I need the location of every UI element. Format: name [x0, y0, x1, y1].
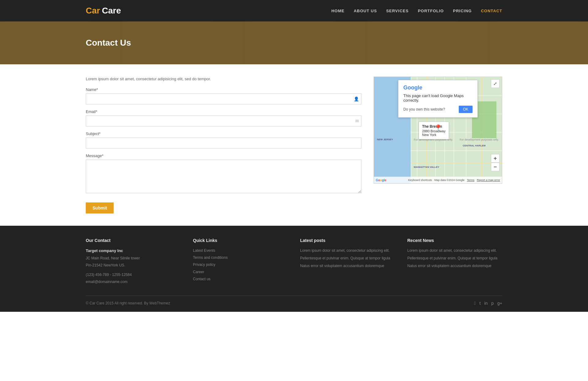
footer-quicklinks-col: Quick Links Latest Events Terms and cond…: [193, 238, 288, 286]
email-input[interactable]: [86, 115, 361, 126]
footer-news-title: Recent News: [407, 238, 502, 243]
social-google-plus[interactable]: g+: [497, 301, 502, 306]
map-zoom-controls: + −: [491, 154, 499, 171]
map-footer: Google Keyboard shortcuts Map data ©2024…: [374, 177, 502, 183]
message-input-wrapper: [86, 160, 361, 194]
social-twitter[interactable]: t: [479, 301, 481, 306]
footer-posts-col: Latest posts Lorem ipsum dolor sit amet,…: [300, 238, 395, 286]
page-title: Contact Us: [86, 38, 131, 48]
map-section: inside Park HARLEM CENTRAL HARLEM MANHAT…: [374, 77, 502, 213]
footer-bottom: © Car Care 2015 All right reserved. By W…: [86, 296, 502, 306]
footer-link-career[interactable]: Career: [193, 269, 288, 275]
footer-company-name: Target company Inc: [86, 248, 181, 254]
map-label-manhattan: MANHATTAN VALLEY: [414, 166, 439, 168]
google-logo: Google: [403, 85, 473, 91]
map-container: inside Park HARLEM CENTRAL HARLEM MANHAT…: [374, 77, 502, 184]
footer-link-contact[interactable]: Contact us: [193, 276, 288, 282]
footer-copyright: © Car Care 2015 All right reserved. By W…: [86, 301, 170, 305]
header: Car Care HOME ABOUT US SERVICES PORTFOLI…: [0, 0, 588, 21]
social-pinterest[interactable]: p: [491, 301, 494, 306]
logo-car: Car: [86, 6, 100, 16]
map-overlay-actions: Do you own this website? OK: [403, 106, 473, 113]
nav-pricing[interactable]: PRICING: [453, 9, 472, 13]
footer-news-col: Recent News Lorem ipsum dolor sit amet, …: [407, 238, 502, 286]
nav-portfolio[interactable]: PORTFOLIO: [418, 9, 444, 13]
footer-link-terms[interactable]: Terms and conditions: [193, 255, 288, 261]
contact-form-section: Lorem ipsum dolor sit amet, consectetur …: [86, 77, 361, 213]
footer-post-3[interactable]: Natus error sit voluptatem accusantium d…: [300, 263, 395, 269]
submit-button[interactable]: Submit: [86, 202, 114, 213]
footer-address1: JC Main Road, Near Silnile tower: [86, 255, 181, 261]
footer-phone: (123) 456-789 - 1255-12584: [86, 272, 181, 278]
footer: Our Contact Target company Inc JC Main R…: [0, 226, 588, 312]
footer-quicklinks-title: Quick Links: [193, 238, 288, 243]
subject-input-wrapper: [86, 138, 361, 149]
map-label-new-jersey: NEW JERSEY: [377, 138, 393, 141]
logo[interactable]: Car Care: [86, 6, 121, 16]
footer-link-privacy[interactable]: Privacy policy: [193, 262, 288, 268]
footer-news-3[interactable]: Natus error sit voluptatem accusantium d…: [407, 263, 502, 269]
nav-services[interactable]: SERVICES: [386, 9, 409, 13]
person-icon: 👤: [354, 96, 359, 101]
main-content: Lorem ipsum dolor sit amet, consectetur …: [0, 64, 588, 226]
footer-news-1[interactable]: Lorem ipsum dolor sit amet, consectetur …: [407, 248, 502, 254]
email-input-wrapper: ✉: [86, 115, 361, 126]
map-report-link[interactable]: Report a map error: [477, 179, 500, 182]
social-facebook[interactable]: : [474, 301, 476, 306]
hero-section: Contact Us: [0, 21, 588, 64]
footer-grid: Our Contact Target company Inc JC Main R…: [86, 238, 502, 286]
footer-post-1[interactable]: Lorem ipsum dolor sit amet, consectetur …: [300, 248, 395, 254]
footer-address2: Pin-21542 NewYork US.: [86, 262, 181, 268]
map-data-label: Map data ©2024 Google: [434, 179, 464, 182]
form-description: Lorem ipsum dolor sit amet, consectetur …: [86, 77, 361, 81]
map-label-central-harlem: CENTRAL HARLEM: [463, 144, 486, 147]
footer-contact-col: Our Contact Target company Inc JC Main R…: [86, 238, 181, 286]
subject-input[interactable]: [86, 138, 361, 149]
nav-about[interactable]: ABOUT US: [354, 9, 377, 13]
map-zoom-out[interactable]: −: [491, 163, 499, 171]
footer-link-latest-events[interactable]: Latest Events: [193, 248, 288, 254]
nav-contact[interactable]: CONTACT: [481, 9, 502, 13]
message-field-group: Message*: [86, 153, 361, 194]
name-field-group: Name* 👤: [86, 87, 361, 104]
map-fullscreen-button[interactable]: ⤢: [491, 79, 499, 88]
map-error-overlay: Google This page can't load Google Maps …: [398, 80, 478, 118]
footer-contact-title: Our Contact: [86, 238, 181, 243]
email-field-group: Email* ✉: [86, 109, 361, 126]
map-footer-links: Keyboard shortcuts Map data ©2024 Google…: [408, 179, 500, 182]
message-textarea[interactable]: [86, 160, 361, 193]
footer-post-2[interactable]: Pellentesque et pulvinar enim. Quisque a…: [300, 255, 395, 261]
name-label: Name*: [86, 87, 361, 92]
map-pin: 📍: [434, 124, 442, 132]
google-logo-map: Google: [376, 179, 386, 182]
nav-home[interactable]: HOME: [331, 9, 345, 13]
map-ok-button[interactable]: OK: [459, 106, 473, 113]
name-input-wrapper: 👤: [86, 93, 361, 104]
email-icon: ✉: [355, 119, 359, 123]
location-address2: New York: [422, 133, 436, 137]
social-linkedin[interactable]: in: [484, 301, 488, 306]
keyboard-shortcuts: Keyboard shortcuts: [408, 179, 432, 182]
main-nav: HOME ABOUT US SERVICES PORTFOLIO PRICING…: [331, 9, 502, 13]
map-ownership-question: Do you own this website?: [403, 107, 445, 111]
dev-warning2: For development purposes only.: [460, 138, 499, 141]
map-zoom-in[interactable]: +: [491, 154, 499, 163]
footer-posts-title: Latest posts: [300, 238, 395, 243]
subject-label: Subject*: [86, 131, 361, 136]
subject-field-group: Subject*: [86, 131, 361, 149]
logo-care: Care: [102, 6, 121, 16]
map-error-message: This page can't load Google Maps correct…: [403, 93, 473, 103]
footer-news-2[interactable]: Pellentesque et pulvinar enim. Quisque a…: [407, 255, 502, 261]
map-terms-link[interactable]: Terms: [467, 179, 474, 182]
message-label: Message*: [86, 153, 361, 158]
map-street-h4: [411, 150, 502, 151]
footer-social:  t in p g+: [474, 301, 502, 306]
email-label: Email*: [86, 109, 361, 114]
map-street-h5: [411, 163, 502, 164]
footer-email: email@domainname.com: [86, 279, 181, 285]
name-input[interactable]: [86, 93, 361, 104]
